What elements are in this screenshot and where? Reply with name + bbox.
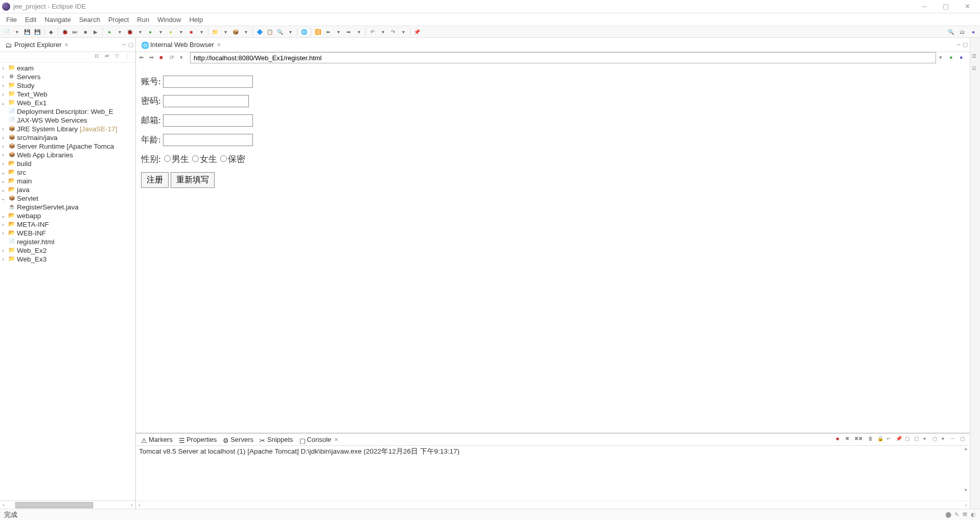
- explorer-h-scrollbar[interactable]: ‹›: [0, 501, 135, 509]
- stop-icon[interactable]: ■: [81, 27, 90, 36]
- tree-item-jaxws[interactable]: JAX-WS Web Services: [17, 116, 87, 124]
- browser-fwd-icon[interactable]: ➡: [149, 54, 156, 61]
- open-task-icon[interactable]: 📋: [265, 27, 274, 36]
- dd6-icon[interactable]: ▾: [221, 27, 230, 36]
- menu-edit[interactable]: Edit: [21, 14, 40, 25]
- tab-snippets[interactable]: ✂Snippets: [256, 435, 296, 444]
- globe-icon[interactable]: 🌐: [299, 27, 309, 36]
- menu-navigate[interactable]: Navigate: [40, 14, 75, 25]
- dd9-icon[interactable]: ▾: [334, 27, 343, 36]
- maximize-view-icon[interactable]: ▢: [128, 41, 133, 48]
- tree-item-serverruntime[interactable]: Server Runtime [Apache Tomca: [17, 143, 114, 150]
- status-icon-2[interactable]: ✎: [954, 511, 959, 518]
- new-pkg-icon[interactable]: 📦: [231, 27, 240, 36]
- browser-history-dropdown-icon[interactable]: ▾: [180, 54, 187, 61]
- tab-markers[interactable]: ⚠Markers: [138, 435, 176, 444]
- tree-item-dd[interactable]: Deployment Descriptor: Web_E: [17, 108, 113, 115]
- console-wordwrap-icon[interactable]: ↵: [886, 436, 894, 443]
- open-type-icon[interactable]: 🔷: [255, 27, 264, 36]
- tree-item-build[interactable]: build: [17, 160, 32, 168]
- toggle-icon[interactable]: 🔀: [313, 27, 322, 36]
- prev-icon[interactable]: ⬅: [323, 27, 333, 36]
- stop2-icon[interactable]: [186, 27, 196, 36]
- tree-item-registerservlet[interactable]: RegisterServlet.java: [17, 203, 79, 211]
- debug-icon[interactable]: 🐞: [60, 27, 69, 36]
- console-dd1-icon[interactable]: ▾: [923, 436, 931, 443]
- quick-search-icon[interactable]: 🔍: [946, 27, 955, 36]
- close-console-icon[interactable]: ×: [334, 436, 338, 443]
- project-tree[interactable]: ›exam ›Servers ›Study ›Text_Web ⌄Web_Ex1…: [0, 63, 135, 501]
- tree-item-webinf[interactable]: WEB-INF: [17, 229, 46, 237]
- url-input[interactable]: [190, 52, 936, 63]
- tree-item-registerhtml[interactable]: register.html: [17, 238, 55, 246]
- email-input[interactable]: [163, 114, 253, 127]
- menu-run[interactable]: Run: [133, 14, 153, 25]
- skip-icon[interactable]: ⏭: [71, 27, 80, 36]
- minimize-button[interactable]: ─: [914, 0, 935, 13]
- tree-item-srcmainjava[interactable]: src/main/java: [17, 134, 58, 141]
- console-min-icon[interactable]: ─: [951, 436, 959, 443]
- outline-icon[interactable]: ☰: [972, 53, 979, 60]
- tree-item-webex1[interactable]: Web_Ex1: [17, 99, 46, 107]
- tree-item-webapplibs[interactable]: Web App Libraries: [17, 151, 73, 159]
- dd11-icon[interactable]: ▾: [378, 27, 387, 36]
- filter-icon[interactable]: ▽: [115, 53, 123, 61]
- maximize-button[interactable]: ▢: [935, 0, 956, 13]
- resume-icon[interactable]: ▶: [91, 27, 100, 36]
- coverage-icon[interactable]: [166, 27, 175, 36]
- search-icon[interactable]: 🔍: [275, 27, 285, 36]
- menu-help[interactable]: Help: [185, 14, 207, 25]
- radio-secret[interactable]: [220, 155, 227, 162]
- tab-properties[interactable]: ☰Properties: [176, 435, 220, 444]
- project-explorer-tab[interactable]: 🗂 Project Explorer ×: [2, 39, 72, 50]
- console-open-icon[interactable]: ▢: [932, 436, 940, 443]
- tab-servers[interactable]: ⚙Servers: [220, 435, 256, 444]
- tree-item-servers[interactable]: Servers: [17, 73, 41, 81]
- link-editor-icon[interactable]: ⇄: [105, 53, 113, 61]
- console-show-icon[interactable]: ▢: [905, 436, 913, 443]
- browser-tab[interactable]: 🌐 Internal Web Browser ×: [138, 39, 224, 50]
- next-icon[interactable]: ➡: [344, 27, 353, 36]
- account-input[interactable]: [163, 76, 253, 88]
- tree-item-src[interactable]: src: [17, 169, 26, 176]
- console-clear-icon[interactable]: 🗑: [868, 436, 876, 443]
- new-proj-icon[interactable]: 📁: [211, 27, 220, 36]
- dd12-icon[interactable]: ▾: [399, 27, 408, 36]
- tree-item-java[interactable]: java: [17, 186, 30, 194]
- tree-item-webex3[interactable]: Web_Ex3: [17, 255, 46, 263]
- close-browser-tab-icon[interactable]: ×: [217, 41, 221, 49]
- age-input[interactable]: [163, 134, 253, 146]
- close-button[interactable]: ✕: [956, 0, 978, 13]
- menu-file[interactable]: File: [2, 14, 21, 25]
- dd10-icon[interactable]: ▾: [354, 27, 363, 36]
- reset-button[interactable]: 重新填写: [171, 172, 215, 188]
- tree-item-metainf[interactable]: META-INF: [17, 221, 49, 228]
- dd5-icon[interactable]: ▾: [197, 27, 206, 36]
- browser-refresh-icon[interactable]: ⟳: [170, 54, 177, 61]
- console-terminate-icon[interactable]: [836, 436, 844, 443]
- console-v-scrollbar[interactable]: ▴▾: [962, 446, 970, 492]
- status-icon-4[interactable]: ◐: [971, 511, 976, 518]
- tree-item-webapp[interactable]: webapp: [17, 212, 41, 220]
- password-input[interactable]: [163, 95, 249, 107]
- save-icon[interactable]: 💾: [22, 27, 32, 36]
- browser-go-icon[interactable]: [949, 54, 956, 61]
- menu-search[interactable]: Search: [75, 14, 104, 25]
- pin-icon[interactable]: 📌: [412, 27, 422, 36]
- tree-item-webex2[interactable]: Web_Ex2: [17, 247, 46, 254]
- run-icon[interactable]: [146, 27, 155, 36]
- dd8-icon[interactable]: ▾: [286, 27, 295, 36]
- tab-console[interactable]: ▢Console×: [296, 435, 341, 444]
- dd1-icon[interactable]: ▾: [115, 27, 124, 36]
- minimize-browser-icon[interactable]: ─: [956, 41, 961, 48]
- radio-male[interactable]: [164, 155, 171, 162]
- fwd-icon[interactable]: ↷: [388, 27, 398, 36]
- dd3-icon[interactable]: ▾: [156, 27, 165, 36]
- minimize-view-icon[interactable]: ─: [122, 41, 126, 48]
- menu-window[interactable]: Window: [153, 14, 185, 25]
- console-showstd-icon[interactable]: ▢: [914, 436, 922, 443]
- view-menu-icon[interactable]: ⋮: [125, 53, 133, 61]
- register-button[interactable]: 注册: [141, 172, 169, 188]
- browser-stop-icon[interactable]: [159, 54, 167, 61]
- tree-item-jre[interactable]: JRE System Library [JavaSE-17]: [17, 125, 118, 133]
